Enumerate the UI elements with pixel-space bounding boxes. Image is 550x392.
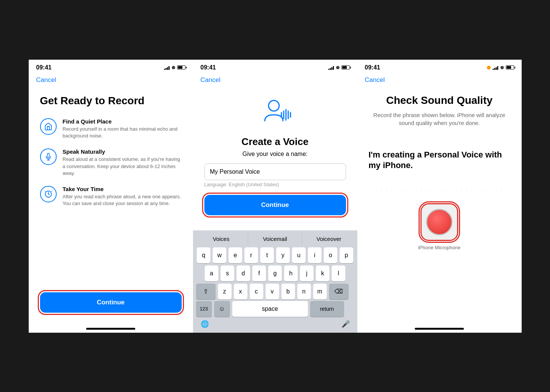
screen1-continue-button[interactable]: Continue bbox=[40, 292, 182, 313]
keyboard-row-2: a s d f g h j k l bbox=[195, 265, 356, 281]
feature-quiet-desc: Record yourself in a room that has minim… bbox=[63, 126, 182, 139]
keyboard-suggestions-bar: Voices Voicemail Voiceover bbox=[195, 233, 356, 244]
screen1-time: 09:41 bbox=[36, 64, 52, 71]
key-r[interactable]: r bbox=[244, 247, 258, 263]
key-u[interactable]: u bbox=[292, 247, 306, 263]
mic-label: iPhone Microphone bbox=[418, 245, 460, 250]
screen3-home-bar bbox=[415, 328, 464, 330]
voice-language-label: Language: English (United States) bbox=[204, 182, 279, 187]
suggestion-voicemail[interactable]: Voicemail bbox=[248, 233, 302, 244]
key-z[interactable]: z bbox=[218, 284, 232, 299]
key-d[interactable]: d bbox=[236, 265, 250, 281]
feature-item-speak: Speak Naturally Read aloud at a consiste… bbox=[40, 148, 182, 177]
screen3-cancel-button[interactable]: Cancel bbox=[365, 76, 385, 84]
screen3-battery-icon bbox=[506, 65, 514, 69]
voice-icon-container bbox=[258, 98, 292, 128]
key-g[interactable]: g bbox=[268, 265, 282, 281]
key-v[interactable]: v bbox=[266, 284, 279, 299]
home-icon bbox=[40, 118, 57, 135]
wifi-icon: ⊛ bbox=[171, 65, 175, 70]
mic-button-wrapper: iPhone Microphone bbox=[369, 203, 510, 250]
screen2-status-bar: 09:41 ⊛ bbox=[193, 60, 357, 73]
key-y[interactable]: y bbox=[276, 247, 290, 263]
record-button[interactable] bbox=[420, 203, 458, 241]
screen2-main-content: Create a Voice Give your voice a name: L… bbox=[193, 87, 357, 230]
voice-create-icon bbox=[258, 98, 292, 128]
key-o[interactable]: o bbox=[324, 247, 337, 263]
key-m[interactable]: m bbox=[313, 284, 327, 299]
screen2-battery-icon bbox=[341, 65, 350, 69]
key-h[interactable]: h bbox=[284, 265, 298, 281]
keyboard-row-3: ⇧ z x c v b n m ⌫ bbox=[195, 284, 356, 299]
feature-item-quiet: Find a Quiet Place Record yourself in a … bbox=[40, 118, 182, 139]
key-a[interactable]: a bbox=[205, 265, 218, 281]
feature-time-title: Take Your Time bbox=[63, 186, 182, 192]
key-p[interactable]: p bbox=[340, 247, 353, 263]
screen3-subtitle: Record the phrase shown below. iPhone wi… bbox=[369, 111, 510, 127]
feature-speak-text: Speak Naturally Read aloud at a consiste… bbox=[63, 148, 182, 177]
screen3-signal-icon bbox=[493, 65, 498, 70]
key-globe-icon[interactable]: 🌐 bbox=[201, 320, 209, 328]
keyboard-row-4: 123 ☺ space return bbox=[195, 301, 356, 317]
feature-quiet-title: Find a Quiet Place bbox=[63, 118, 182, 125]
key-123[interactable]: 123 bbox=[196, 301, 212, 317]
feature-time-desc: After you read each phrase aloud, a new … bbox=[63, 193, 182, 207]
key-f[interactable]: f bbox=[252, 265, 266, 281]
key-j[interactable]: j bbox=[300, 265, 314, 281]
screen3-nav: Cancel bbox=[357, 73, 522, 87]
battery-icon bbox=[177, 65, 185, 69]
voice-name-input[interactable] bbox=[204, 164, 346, 180]
suggestion-voices[interactable]: Voices bbox=[195, 233, 249, 244]
screen2-status-icons: ⊛ bbox=[328, 65, 350, 70]
key-s[interactable]: s bbox=[221, 265, 234, 281]
keyboard-row-1: q w e r t y u i o p bbox=[195, 247, 356, 263]
key-e[interactable]: e bbox=[229, 247, 242, 263]
key-i[interactable]: i bbox=[308, 247, 321, 263]
screen1-title: Get Ready to Record bbox=[40, 94, 182, 107]
screen1-home-bar bbox=[86, 328, 135, 330]
key-emoji[interactable]: ☺ bbox=[214, 301, 230, 317]
screen3-time: 09:41 bbox=[365, 64, 380, 71]
key-dictation-icon[interactable]: 🎤 bbox=[341, 320, 350, 328]
key-delete[interactable]: ⌫ bbox=[329, 284, 349, 299]
key-t[interactable]: t bbox=[260, 247, 274, 263]
screen1-status-bar: 09:41 ⊛ bbox=[29, 60, 193, 73]
key-return[interactable]: return bbox=[310, 301, 344, 317]
screen1-main-content: Get Ready to Record Find a Quiet Place R… bbox=[29, 87, 193, 285]
screen1-cancel-button[interactable]: Cancel bbox=[36, 76, 56, 84]
svg-point-5 bbox=[269, 100, 279, 111]
screen2-cancel-button[interactable]: Cancel bbox=[201, 76, 221, 84]
screen2: 09:41 ⊛ Cancel bbox=[193, 60, 357, 333]
screen1-footer: Continue bbox=[29, 285, 193, 324]
timer-icon bbox=[40, 186, 57, 202]
screen2-subtitle: Give your voice a name: bbox=[243, 151, 308, 157]
screen3-status-bar: 09:41 ⊛ bbox=[357, 60, 522, 73]
screen3-title: Check Sound Quality bbox=[369, 94, 510, 106]
screen1-nav: Cancel bbox=[29, 73, 193, 87]
key-c[interactable]: c bbox=[250, 284, 263, 299]
key-x[interactable]: x bbox=[234, 284, 247, 299]
screen2-signal-icon bbox=[328, 65, 334, 70]
key-q[interactable]: q bbox=[197, 247, 210, 263]
signal-icon bbox=[164, 65, 170, 70]
key-b[interactable]: b bbox=[281, 284, 295, 299]
feature-speak-desc: Read aloud at a consistent volume, as if… bbox=[63, 156, 182, 177]
screen1: 09:41 ⊛ Cancel Get Ready to Record bbox=[29, 60, 193, 333]
suggestion-voiceover[interactable]: Voiceover bbox=[302, 233, 356, 244]
key-space[interactable]: space bbox=[232, 301, 308, 317]
voice-name-input-wrapper bbox=[204, 164, 346, 180]
key-shift[interactable]: ⇧ bbox=[196, 284, 216, 299]
screen3-orange-dot bbox=[487, 66, 491, 69]
record-button-inner bbox=[426, 209, 453, 235]
key-l[interactable]: l bbox=[332, 265, 345, 281]
key-n[interactable]: n bbox=[297, 284, 311, 299]
screen2-title: Create a Voice bbox=[241, 136, 308, 148]
key-k[interactable]: k bbox=[316, 265, 329, 281]
screen3: 09:41 ⊛ Cancel Check Sound Quality Recor bbox=[357, 60, 522, 333]
screen2-time: 09:41 bbox=[201, 64, 216, 71]
screen2-continue-button[interactable]: Continue bbox=[204, 195, 346, 215]
screen3-main-content: Check Sound Quality Record the phrase sh… bbox=[357, 87, 522, 324]
feature-time-text: Take Your Time After you read each phras… bbox=[63, 186, 182, 207]
on-screen-keyboard: Voices Voicemail Voiceover q w e r t y u… bbox=[193, 230, 357, 333]
key-w[interactable]: w bbox=[213, 247, 226, 263]
